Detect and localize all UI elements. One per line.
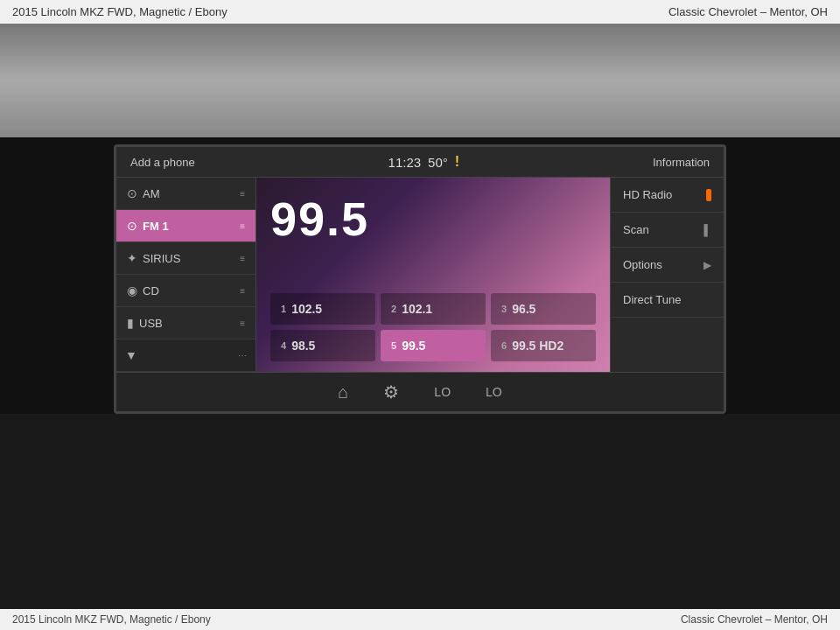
usb-menu-icon: ≡ [240,318,245,328]
sirius-menu-icon: ≡ [240,254,245,263]
right-controls-panel: HD Radio Scan ▌ Options ▶ Direct Tune [610,178,724,372]
screen-topbar: Add a phone 11:23 50° ! Information [116,147,724,178]
media-sidebar: ⊙ AM ≡ ⊙ FM 1 ≡ ✦ SIRIUS ≡ ◉ CD ≡ [116,178,256,372]
add-phone-label[interactable]: Add a phone [130,156,195,169]
settings-icon[interactable]: ⚙ [383,382,399,402]
cd-icon: ◉ [127,284,137,298]
preset-5-button[interactable]: 5 99.5 [381,330,486,361]
dropdown-menu-icon: ⋯ [238,351,247,360]
temp-display: 50° [428,155,448,170]
direct-tune-button[interactable]: Direct Tune [611,283,724,318]
home-icon[interactable]: ⌂ [338,382,348,402]
cd-menu-icon: ≡ [240,286,245,296]
page-bottom [0,414,840,609]
options-label: Options [623,258,704,271]
preset-3-number: 3 [501,304,507,314]
options-arrow-icon: ▶ [704,259,711,271]
lo-label-left: LO [434,385,451,399]
preset-2-freq: 102.1 [402,302,432,316]
preset-4-freq: 98.5 [291,339,315,353]
sidebar-item-fm1[interactable]: ⊙ FM 1 ≡ [116,210,256,242]
preset-3-button[interactable]: 3 96.5 [491,293,596,325]
preset-2-number: 2 [391,304,396,314]
preset-4-number: 4 [281,340,286,351]
am-icon: ⊙ [127,186,137,200]
dropdown-arrow-icon: ▼ [125,348,137,362]
preset-1-freq: 102.5 [291,302,322,316]
sidebar-item-cd[interactable]: ◉ CD ≡ [116,275,256,307]
direct-tune-label: Direct Tune [623,293,711,306]
car-photo-area [0,24,840,137]
top-bar: 2015 Lincoln MKZ FWD, Magnetic / Ebony C… [0,0,840,24]
information-button[interactable]: Information [653,156,710,169]
main-display: 99.5 1 102.5 2 102.1 3 96.5 4 [256,178,610,372]
cd-label: CD [143,284,234,298]
preset-6-number: 6 [501,340,507,351]
preset-6-freq: 99.5 HD2 [512,339,564,353]
sidebar-item-usb[interactable]: ▮ USB ≡ [116,307,256,340]
sirius-label: SIRIUS [143,252,234,265]
sirius-icon: ✦ [127,251,137,265]
am-menu-icon: ≡ [240,189,245,199]
usb-label: USB [139,317,234,330]
footer-left: 2015 Lincoln MKZ FWD, Magnetic / Ebony [12,613,211,626]
presets-grid: 1 102.5 2 102.1 3 96.5 4 98.5 [270,293,596,361]
screen-wrapper: Add a phone 11:23 50° ! Information ⊙ AM… [0,137,840,414]
footer-right: Classic Chevrolet – Mentor, OH [681,613,828,626]
time-temp-display: 11:23 50° ! [388,154,460,170]
preset-1-button[interactable]: 1 102.5 [270,293,375,325]
fm1-label: FM 1 [143,220,234,233]
preset-5-number: 5 [391,340,396,351]
preset-5-freq: 99.5 [402,339,425,353]
infotainment-screen: Add a phone 11:23 50° ! Information ⊙ AM… [114,144,726,414]
preset-3-freq: 96.5 [512,302,536,316]
scan-label: Scan [623,223,704,236]
am-label: AM [143,187,234,200]
alert-icon: ! [455,154,459,170]
preset-2-button[interactable]: 2 102.1 [381,293,486,325]
sidebar-item-sirius[interactable]: ✦ SIRIUS ≡ [116,242,256,275]
preset-1-number: 1 [281,304,286,314]
preset-6-button[interactable]: 6 99.5 HD2 [491,330,596,361]
time-display: 11:23 [388,155,422,170]
lo-label-right: LO [486,385,502,399]
screen-main: ⊙ AM ≡ ⊙ FM 1 ≡ ✦ SIRIUS ≡ ◉ CD ≡ [116,178,724,372]
scan-button[interactable]: Scan ▌ [611,213,724,248]
page-footer: 2015 Lincoln MKZ FWD, Magnetic / Ebony C… [0,609,840,630]
hd-radio-button[interactable]: HD Radio [611,178,724,213]
hd-indicator [706,189,711,201]
options-button[interactable]: Options ▶ [611,248,724,283]
screen-bottom-bar: ⌂ ⚙ LO LO [116,372,724,411]
fm1-icon: ⊙ [127,219,137,233]
frequency-display: 99.5 [270,192,596,246]
top-bar-title: 2015 Lincoln MKZ FWD, Magnetic / Ebony [12,5,228,18]
fm1-menu-icon: ≡ [240,221,245,231]
top-bar-dealer: Classic Chevrolet – Mentor, OH [668,5,828,18]
scan-indicator: ▌ [704,224,711,236]
sidebar-item-am[interactable]: ⊙ AM ≡ [116,178,256,210]
hd-radio-label: HD Radio [623,188,706,201]
usb-icon: ▮ [127,316,134,330]
preset-4-button[interactable]: 4 98.5 [270,330,375,361]
sidebar-dropdown[interactable]: ▼ ⋯ [116,340,256,372]
